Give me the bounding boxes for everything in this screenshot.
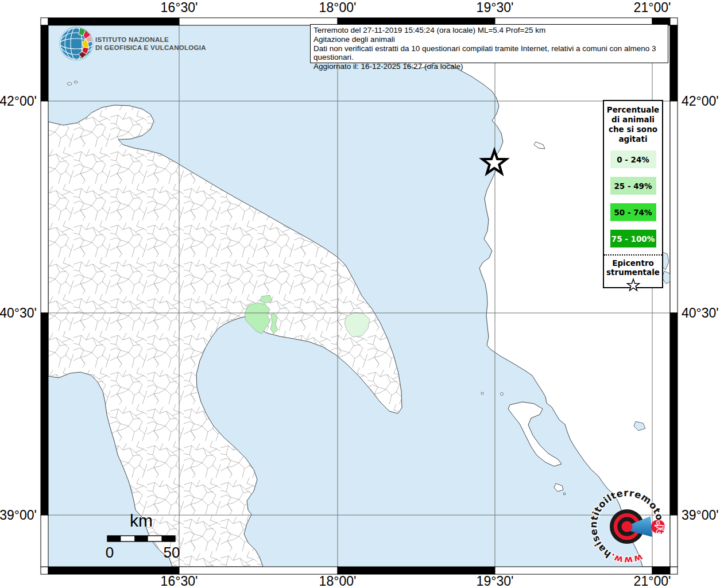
lat-label-right-4030: 40°30' xyxy=(682,305,719,320)
info-line-updated: Aggiornato il: 16-12-2025 16:27 (ora loc… xyxy=(313,62,665,71)
legend-label-75-100: 75 - 100% xyxy=(611,234,655,243)
ingv-globe-icon xyxy=(60,27,93,60)
legend-title-line: che si sono xyxy=(604,125,662,134)
info-line-subject: Agitazione degli animali xyxy=(313,35,665,44)
scale-bar-end: 50 xyxy=(164,544,180,561)
legend-swatch-75-100: 75 - 100% xyxy=(610,230,656,247)
lon-label-bottom-1630: 16°30' xyxy=(161,574,198,588)
info-line-source: Dati non verificati estratti da 10 quest… xyxy=(313,44,665,63)
earthquake-animal-agitation-map: km 0 50 xyxy=(0,0,720,588)
legend-title-line: di animali xyxy=(604,115,662,125)
lat-label-left-3900: 39°00' xyxy=(0,508,37,523)
lon-label-top-2100: 21°00' xyxy=(634,0,671,15)
info-line-event: Terremoto del 27-11-2019 15:45:24 (ora l… xyxy=(313,26,665,35)
bullseye-center-dot xyxy=(622,521,633,532)
legend-epicenter-star-icon xyxy=(604,278,662,295)
legend-epicenter-line: Epicentro xyxy=(604,258,662,268)
scale-bar-unit: km xyxy=(130,511,153,530)
legend-divider xyxy=(604,254,662,256)
legend-box: Percentuale di animali che si sono agita… xyxy=(603,100,663,288)
legend-label-0-24: 0 - 24% xyxy=(617,155,649,164)
watermark-url-tld: .it xyxy=(655,520,666,535)
lat-label-right-3900: 39°00' xyxy=(682,508,719,523)
legend-label-25-49: 25 - 49% xyxy=(614,181,652,191)
lon-label-bottom-1800: 18°00' xyxy=(319,574,357,588)
legend-swatch-25-49: 25 - 49% xyxy=(610,177,656,195)
lon-label-top-1800: 18°00' xyxy=(319,0,357,15)
lon-label-bottom-2100: 21°00' xyxy=(634,574,671,588)
legend-epicenter-line: strumentale xyxy=(604,268,662,277)
ingv-name-line1: ISTITUTO NAZIONALE xyxy=(95,36,169,43)
legend-title-line: agitati xyxy=(604,134,662,144)
lat-label-left-4030: 40°30' xyxy=(0,305,37,320)
legend-title-line: Percentuale xyxy=(604,105,662,115)
ingv-name-line2: DI GEOFISICA E VULCANOLOGIA xyxy=(95,44,206,51)
lon-label-bottom-1930: 19°30' xyxy=(477,574,514,588)
lat-label-left-4200: 42°00' xyxy=(0,94,37,109)
earthquake-info-box: Terremoto del 27-11-2019 15:45:24 (ora l… xyxy=(310,24,668,63)
scale-bar-start: 0 xyxy=(106,544,114,561)
lon-label-top-1630: 16°30' xyxy=(161,0,198,15)
legend-swatch-50-74: 50 - 74% xyxy=(610,203,656,221)
lon-label-top-1930: 19°30' xyxy=(477,0,514,15)
legend-title: Percentuale di animali che si sono agita… xyxy=(604,105,662,144)
legend-swatch-0-24: 0 - 24% xyxy=(610,150,656,168)
lat-label-right-4200: 42°00' xyxy=(682,94,719,109)
legend-epicenter-label: Epicentro strumentale xyxy=(604,258,662,277)
legend-label-50-74: 50 - 74% xyxy=(614,208,652,217)
